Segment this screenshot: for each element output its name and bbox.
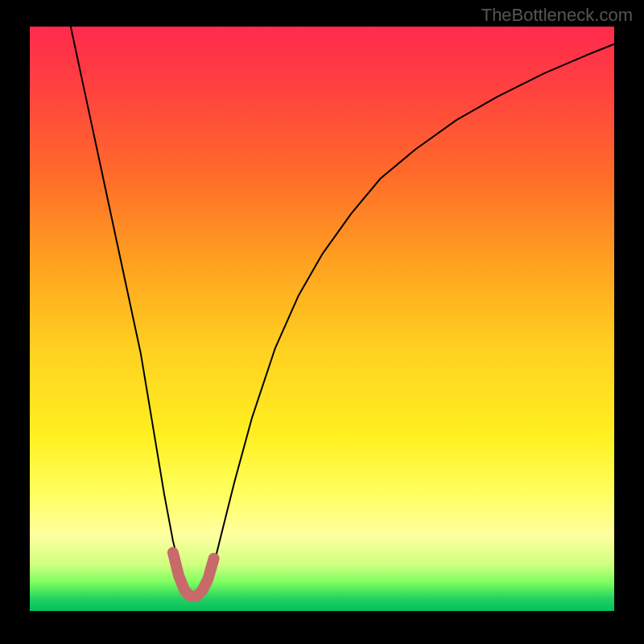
bottleneck-curve-path xyxy=(71,27,614,593)
highlight-segment-path xyxy=(173,552,214,596)
chart-plot-area xyxy=(30,27,614,611)
watermark-label: TheBottleneck.com xyxy=(481,5,633,26)
chart-svg xyxy=(30,27,614,611)
